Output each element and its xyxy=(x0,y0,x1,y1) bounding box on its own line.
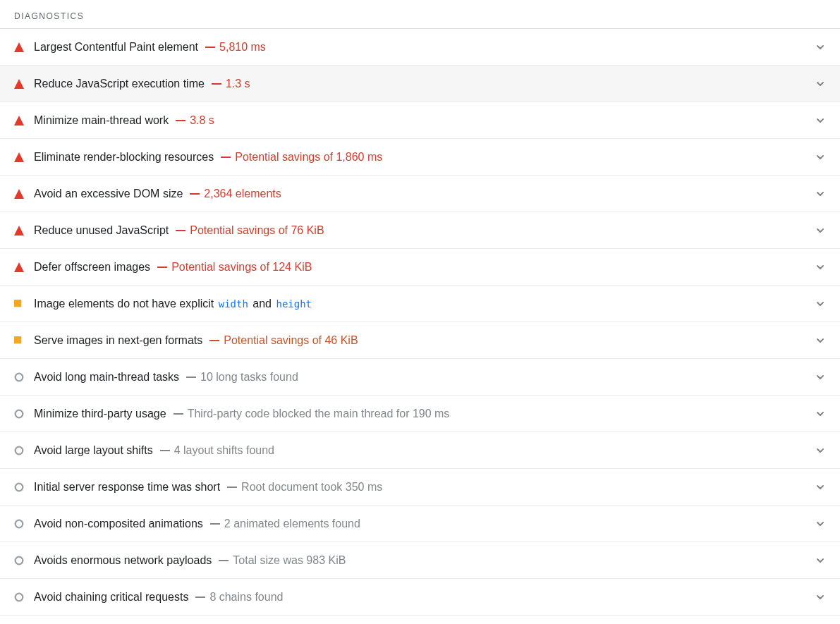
separator-dash xyxy=(176,230,185,231)
svg-marker-3 xyxy=(14,152,24,162)
chevron-down-icon[interactable] xyxy=(812,188,829,200)
audit-detail: 10 long tasks found xyxy=(200,370,298,384)
audit-title: Reduce JavaScript execution time xyxy=(34,77,205,91)
audit-detail: Potential savings of 124 KiB xyxy=(171,260,312,274)
chevron-down-icon[interactable] xyxy=(812,262,829,273)
chevron-down-icon[interactable] xyxy=(812,372,829,383)
chevron-down-icon[interactable] xyxy=(812,482,829,493)
audit-detail: 2 animated elements found xyxy=(224,517,360,531)
info-circle-icon xyxy=(14,519,34,529)
audit-row[interactable]: Reduce unused JavaScriptPotential saving… xyxy=(0,212,840,249)
separator-dash xyxy=(221,157,231,158)
separator-dash xyxy=(174,413,183,415)
chevron-down-icon[interactable] xyxy=(812,42,829,53)
chevron-down-icon[interactable] xyxy=(812,592,829,603)
audit-row[interactable]: Avoid long main-thread tasks10 long task… xyxy=(0,359,840,396)
chevron-down-icon[interactable] xyxy=(812,152,829,163)
audit-title: Largest Contentful Paint element xyxy=(34,40,198,54)
svg-point-12 xyxy=(16,483,23,491)
audit-label: Avoid chaining critical requests8 chains… xyxy=(34,590,812,604)
audit-label: Reduce unused JavaScriptPotential saving… xyxy=(34,224,812,238)
separator-dash xyxy=(176,120,185,121)
separator-dash xyxy=(205,47,215,48)
audit-detail: Potential savings of 46 KiB xyxy=(224,334,358,348)
separator-dash xyxy=(210,523,220,525)
audit-detail: 8 chains found xyxy=(209,590,283,604)
audit-title: Avoid an excessive DOM size xyxy=(34,187,183,201)
audit-row[interactable]: Avoid an excessive DOM size2,364 element… xyxy=(0,176,840,212)
chevron-down-icon[interactable] xyxy=(812,445,829,456)
audit-title: Initial server response time was short xyxy=(34,480,220,494)
audit-label: Image elements do not have explicit widt… xyxy=(34,297,812,311)
audit-detail: Third-party code blocked the main thread… xyxy=(188,407,450,421)
audit-label: Minimize third-party usageThird-party co… xyxy=(34,407,812,421)
audit-label: Serve images in next-gen formatsPotentia… xyxy=(34,334,812,348)
audit-detail: 5,810 ms xyxy=(219,40,266,54)
audit-title: Avoid chaining critical requests xyxy=(34,590,188,604)
svg-marker-1 xyxy=(14,79,24,89)
chevron-down-icon[interactable] xyxy=(812,335,829,346)
audit-label: Largest Contentful Paint element5,810 ms xyxy=(34,40,812,54)
separator-dash xyxy=(209,340,219,341)
average-square-icon xyxy=(14,300,34,308)
chevron-down-icon[interactable] xyxy=(812,408,829,420)
audit-label: Reduce JavaScript execution time1.3 s xyxy=(34,77,812,91)
fail-triangle-icon xyxy=(14,152,34,162)
chevron-down-icon[interactable] xyxy=(812,298,829,310)
separator-dash xyxy=(190,193,200,195)
separator-dash xyxy=(157,267,167,268)
audit-row[interactable]: Serve images in next-gen formatsPotentia… xyxy=(0,322,840,359)
info-circle-icon xyxy=(14,482,34,492)
svg-marker-5 xyxy=(14,226,24,235)
fail-triangle-icon xyxy=(14,262,34,272)
audit-title: Eliminate render-blocking resources xyxy=(34,150,214,164)
chevron-down-icon[interactable] xyxy=(812,518,829,530)
chevron-down-icon[interactable] xyxy=(812,555,829,566)
average-square-icon xyxy=(14,336,34,345)
svg-point-14 xyxy=(16,556,23,564)
svg-point-13 xyxy=(16,520,23,527)
separator-dash xyxy=(160,450,170,451)
info-circle-icon xyxy=(14,556,34,565)
info-circle-icon xyxy=(14,409,34,419)
audit-title: Avoid large layout shifts xyxy=(34,443,153,458)
audit-title: Avoid long main-thread tasks xyxy=(34,370,179,384)
audit-title: Minimize third-party usage xyxy=(34,407,166,421)
info-circle-icon xyxy=(14,446,34,455)
audit-row[interactable]: Image elements do not have explicit widt… xyxy=(0,286,840,322)
audit-detail: Potential savings of 76 KiB xyxy=(190,224,324,238)
audit-row[interactable]: Minimize main-thread work3.8 s xyxy=(0,102,840,139)
audit-row[interactable]: Defer offscreen imagesPotential savings … xyxy=(0,249,840,286)
audit-detail: Total size was 983 KiB xyxy=(233,553,346,568)
audit-label: Defer offscreen imagesPotential savings … xyxy=(34,260,812,274)
audit-row[interactable]: Avoid non-composited animations2 animate… xyxy=(0,506,840,542)
fail-triangle-icon xyxy=(14,116,34,126)
fail-triangle-icon xyxy=(14,79,34,89)
chevron-down-icon[interactable] xyxy=(812,78,829,90)
svg-marker-0 xyxy=(14,42,24,52)
audit-detail: 4 layout shifts found xyxy=(174,443,274,458)
svg-point-10 xyxy=(16,410,23,417)
audit-row[interactable]: Largest Contentful Paint element5,810 ms xyxy=(0,29,840,66)
audit-row[interactable]: Avoid large layout shifts4 layout shifts… xyxy=(0,432,840,469)
audit-row[interactable]: Eliminate render-blocking resourcesPoten… xyxy=(0,139,840,176)
audit-detail: 2,364 elements xyxy=(204,187,281,201)
svg-point-15 xyxy=(16,593,23,601)
chevron-down-icon[interactable] xyxy=(812,115,829,126)
chevron-down-icon[interactable] xyxy=(812,225,829,236)
separator-dash xyxy=(186,377,196,378)
audit-detail: 1.3 s xyxy=(226,77,250,91)
svg-marker-2 xyxy=(14,116,24,126)
audit-label: Avoid large layout shifts4 layout shifts… xyxy=(34,443,812,458)
audit-row[interactable]: Avoids enormous network payloadsTotal si… xyxy=(0,542,840,579)
audit-row[interactable]: Minimize third-party usageThird-party co… xyxy=(0,396,840,432)
audit-row[interactable]: Initial server response time was shortRo… xyxy=(0,469,840,506)
audit-title: Defer offscreen images xyxy=(34,260,150,274)
separator-dash xyxy=(219,560,229,561)
audit-label: Avoid long main-thread tasks10 long task… xyxy=(34,370,812,384)
audit-row[interactable]: Reduce JavaScript execution time1.3 s xyxy=(0,66,840,102)
audit-row[interactable]: Avoid chaining critical requests8 chains… xyxy=(0,579,840,616)
audit-title: Reduce unused JavaScript xyxy=(34,224,169,238)
audit-label: Avoid an excessive DOM size2,364 element… xyxy=(34,187,812,201)
audit-title: Image elements do not have explicit widt… xyxy=(34,297,313,311)
